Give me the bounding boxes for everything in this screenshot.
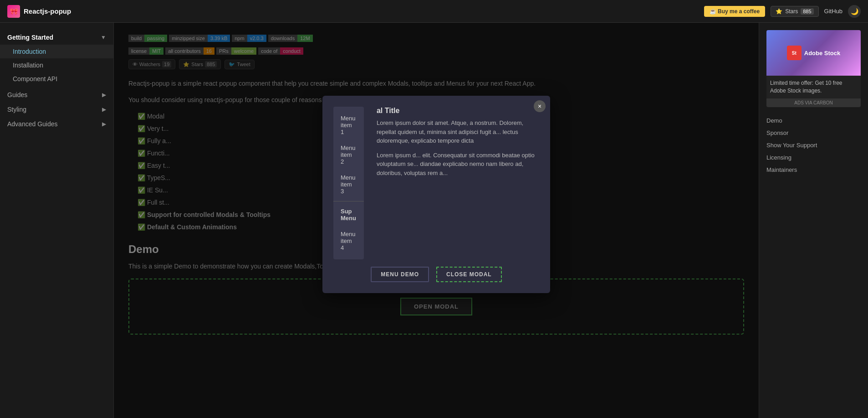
- modal-body-2: Lorem ipsum d... elit. Consequatur sit c…: [377, 151, 539, 178]
- ad-brand: Adobe Stock: [804, 50, 840, 57]
- right-nav-demo[interactable]: Demo: [766, 114, 861, 127]
- chevron-right-icon: ▶: [102, 106, 106, 113]
- main-layout: Getting Started ▼ Introduction Installat…: [0, 23, 868, 418]
- right-nav: Demo Sponsor Show Your Support Licensing…: [766, 114, 861, 176]
- sidebar-item-guides[interactable]: Guides ▶: [0, 88, 113, 102]
- ad-via: ADS VIA CARBON: [766, 98, 861, 107]
- buy-coffee-button[interactable]: ☕ Buy me a coffee: [704, 6, 765, 17]
- sup-menu-item[interactable]: Sup Menu: [333, 203, 364, 226]
- stars-badge[interactable]: ⭐ Stars 885: [771, 6, 818, 17]
- modal-content-area: al Title Lorem ipsum dolor sit amet. Atq…: [377, 107, 539, 259]
- sidebar-item-styling[interactable]: Styling ▶: [0, 102, 113, 117]
- ad-logo: St: [787, 46, 802, 60]
- right-nav-licensing[interactable]: Licensing: [766, 151, 861, 164]
- github-icon: ⭐: [776, 8, 782, 15]
- logo-icon: 🎀: [7, 5, 20, 18]
- modal-actions: MENU DEMO CLOSE MODAL: [333, 267, 539, 282]
- sidebar-item-advanced-guides[interactable]: Advanced Guides ▶: [0, 117, 113, 131]
- ad-box: St Adobe Stock Limited time offer: Get 1…: [766, 30, 861, 107]
- modal-menu-panel: Menu item 1 Menu item 2 Menu item 3 Sup …: [333, 107, 364, 259]
- sidebar-item-installation[interactable]: Installation: [0, 58, 113, 72]
- sidebar: Getting Started ▼ Introduction Installat…: [0, 23, 114, 418]
- menu-item-4[interactable]: Menu item 4: [333, 226, 364, 256]
- header-left: 🎀 Reactjs-popup: [7, 5, 71, 18]
- stars-label: Stars: [785, 8, 798, 15]
- menu-demo-button[interactable]: MENU DEMO: [371, 267, 429, 282]
- github-link[interactable]: GitHub: [824, 8, 842, 15]
- chevron-right-icon: ▶: [102, 92, 106, 98]
- header-right: ☕ Buy me a coffee ⭐ Stars 885 GitHub 🌙: [704, 5, 861, 18]
- moon-icon: 🌙: [851, 8, 858, 15]
- sidebar-item-introduction[interactable]: Introduction: [0, 45, 113, 58]
- getting-started-section: Getting Started ▼ Introduction Installat…: [0, 30, 113, 86]
- main-content: build passing minzipped size 3.39 kB npm…: [114, 23, 759, 418]
- right-nav-show-support[interactable]: Show Your Support: [766, 139, 861, 151]
- modal-dialog: × Menu item 1 Menu item 2 Menu item 3 Su…: [322, 96, 550, 293]
- right-sidebar: St Adobe Stock Limited time offer: Get 1…: [759, 23, 868, 418]
- modal-body-1: Lorem ipsum dolor sit amet. Atque, a nos…: [377, 119, 539, 145]
- sidebar-item-component-api[interactable]: Component API: [0, 72, 113, 86]
- modal-overlay[interactable]: × Menu item 1 Menu item 2 Menu item 3 Su…: [114, 23, 759, 418]
- chevron-down-icon: ▼: [101, 34, 106, 41]
- theme-toggle-button[interactable]: 🌙: [848, 5, 861, 18]
- close-modal-button[interactable]: CLOSE MODAL: [436, 267, 502, 282]
- menu-divider: [333, 201, 364, 201]
- ad-caption: Limited time offer: Get 10 free Adobe St…: [766, 76, 861, 98]
- menu-item-1[interactable]: Menu item 1: [333, 110, 364, 140]
- stars-count: 885: [801, 8, 813, 15]
- right-nav-sponsor[interactable]: Sponsor: [766, 127, 861, 139]
- chevron-right-icon: ▶: [102, 121, 106, 127]
- modal-title: al Title: [377, 107, 539, 115]
- menu-item-3[interactable]: Menu item 3: [333, 170, 364, 199]
- sidebar-item-getting-started[interactable]: Getting Started ▼: [0, 30, 113, 45]
- app-title: Reactjs-popup: [24, 7, 71, 15]
- ad-image: St Adobe Stock: [766, 30, 861, 76]
- ad-content: St Adobe Stock: [787, 46, 840, 60]
- modal-close-button[interactable]: ×: [534, 100, 546, 112]
- getting-started-label: Getting Started: [7, 34, 53, 41]
- right-nav-maintainers[interactable]: Maintainers: [766, 164, 861, 176]
- header: 🎀 Reactjs-popup ☕ Buy me a coffee ⭐ Star…: [0, 0, 868, 23]
- menu-item-2[interactable]: Menu item 2: [333, 140, 364, 170]
